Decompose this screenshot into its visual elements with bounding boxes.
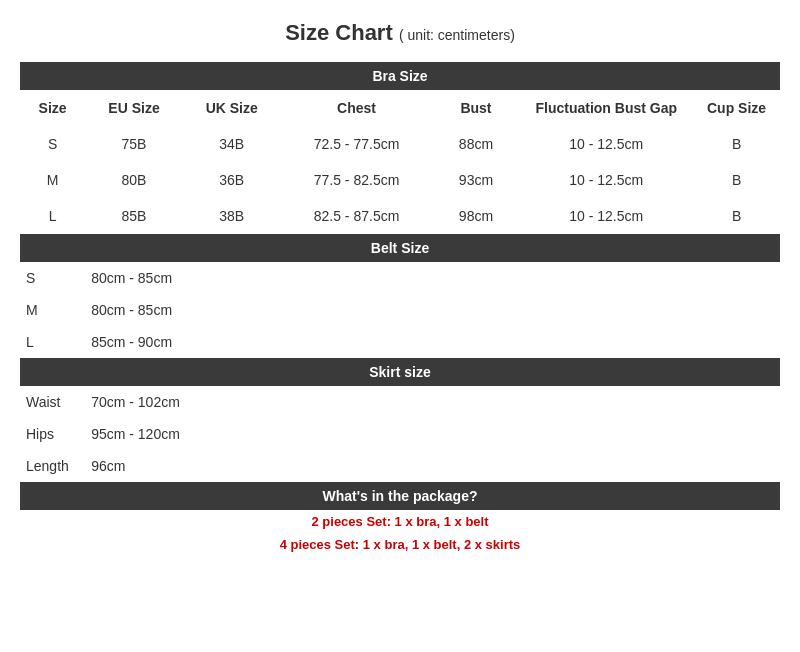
skirt-row-hips: Hips 95cm - 120cm	[20, 418, 780, 450]
package-section-header: What's in the package?	[20, 482, 780, 510]
skirt-section-header: Skirt size	[20, 358, 780, 386]
bra-s-chest: 72.5 - 77.5cm	[281, 126, 433, 162]
bra-s-eu: 75B	[85, 126, 183, 162]
bra-m-cup: B	[693, 162, 780, 198]
belt-s-range: 80cm - 85cm	[85, 262, 780, 294]
bra-row-s: S 75B 34B 72.5 - 77.5cm 88cm 10 - 12.5cm…	[20, 126, 780, 162]
belt-l-range: 85cm - 90cm	[85, 326, 780, 358]
belt-l-size: L	[20, 326, 85, 358]
package-section-header-row: What's in the package?	[20, 482, 780, 510]
bra-l-chest: 82.5 - 87.5cm	[281, 198, 433, 234]
skirt-row-waist: Waist 70cm - 102cm	[20, 386, 780, 418]
bra-l-fluc: 10 - 12.5cm	[519, 198, 693, 234]
page-title: Size Chart ( unit: centimeters)	[20, 20, 780, 46]
bra-s-cup: B	[693, 126, 780, 162]
col-bust: Bust	[433, 90, 520, 126]
bra-s-bust: 88cm	[433, 126, 520, 162]
bra-m-fluc: 10 - 12.5cm	[519, 162, 693, 198]
bra-section-header-row: Bra Size	[20, 62, 780, 90]
bra-l-cup: B	[693, 198, 780, 234]
bra-section-header: Bra Size	[20, 62, 780, 90]
bra-row-m: M 80B 36B 77.5 - 82.5cm 93cm 10 - 12.5cm…	[20, 162, 780, 198]
belt-m-size: M	[20, 294, 85, 326]
bra-s-size: S	[20, 126, 85, 162]
col-uk-size: UK Size	[183, 90, 281, 126]
belt-section-header-row: Belt Size	[20, 234, 780, 262]
bra-l-size: L	[20, 198, 85, 234]
skirt-hips-range: 95cm - 120cm	[85, 418, 780, 450]
bra-s-uk: 34B	[183, 126, 281, 162]
belt-s-size: S	[20, 262, 85, 294]
skirt-section-header-row: Skirt size	[20, 358, 780, 386]
bra-m-uk: 36B	[183, 162, 281, 198]
skirt-hips-label: Hips	[20, 418, 85, 450]
belt-row-l: L 85cm - 90cm	[20, 326, 780, 358]
col-eu-size: EU Size	[85, 90, 183, 126]
bra-row-l: L 85B 38B 82.5 - 87.5cm 98cm 10 - 12.5cm…	[20, 198, 780, 234]
bra-l-uk: 38B	[183, 198, 281, 234]
bra-m-eu: 80B	[85, 162, 183, 198]
belt-row-m: M 80cm - 85cm	[20, 294, 780, 326]
bra-l-bust: 98cm	[433, 198, 520, 234]
bra-s-fluc: 10 - 12.5cm	[519, 126, 693, 162]
skirt-length-value: 96cm	[85, 450, 780, 482]
package-line-1-row: 2 pieces Set: 1 x bra, 1 x belt	[20, 510, 780, 533]
bra-l-eu: 85B	[85, 198, 183, 234]
skirt-row-length: Length 96cm	[20, 450, 780, 482]
bra-m-bust: 93cm	[433, 162, 520, 198]
package-line-2: 4 pieces Set: 1 x bra, 1 x belt, 2 x ski…	[20, 533, 780, 556]
skirt-length-label: Length	[20, 450, 85, 482]
package-line-2-row: 4 pieces Set: 1 x bra, 1 x belt, 2 x ski…	[20, 533, 780, 556]
skirt-waist-label: Waist	[20, 386, 85, 418]
bra-m-size: M	[20, 162, 85, 198]
col-cup: Cup Size	[693, 90, 780, 126]
belt-m-range: 80cm - 85cm	[85, 294, 780, 326]
package-line-1: 2 pieces Set: 1 x bra, 1 x belt	[20, 510, 780, 533]
belt-row-s: S 80cm - 85cm	[20, 262, 780, 294]
skirt-waist-range: 70cm - 102cm	[85, 386, 780, 418]
size-chart-table: Bra Size Size EU Size UK Size Chest Bust…	[20, 62, 780, 556]
bra-m-chest: 77.5 - 82.5cm	[281, 162, 433, 198]
col-chest: Chest	[281, 90, 433, 126]
bra-column-headers: Size EU Size UK Size Chest Bust Fluctuat…	[20, 90, 780, 126]
col-size: Size	[20, 90, 85, 126]
belt-section-header: Belt Size	[20, 234, 780, 262]
col-fluctuation: Fluctuation Bust Gap	[519, 90, 693, 126]
